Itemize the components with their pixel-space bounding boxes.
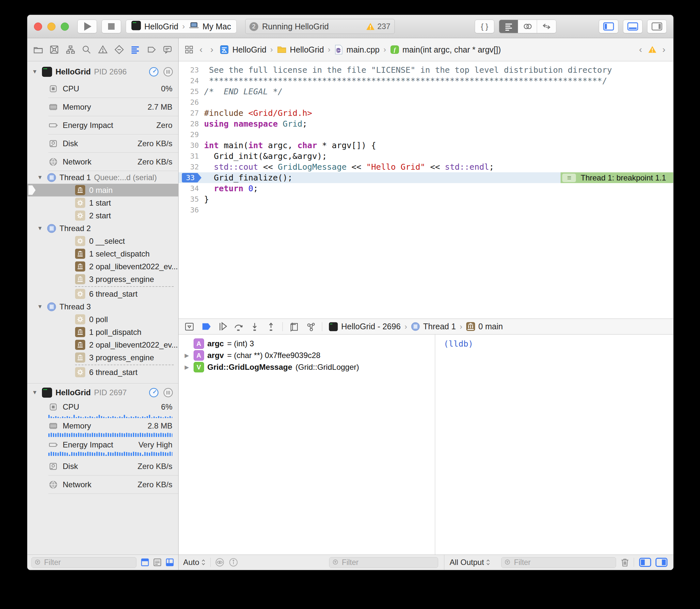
breakpoint-navigator-icon[interactable]: [144, 42, 158, 57]
breakpoint-badge[interactable]: 33: [182, 173, 202, 182]
process-header-row[interactable]: ▼HelloGridPID 2696: [28, 64, 178, 80]
stack-frame-row[interactable]: 2 opal_libevent2022_ev...: [28, 260, 178, 273]
process-crumb[interactable]: HelloGrid - 2696: [341, 322, 400, 331]
thread-row[interactable]: ▼Thread 2: [28, 222, 178, 234]
zoom-window-button[interactable]: [61, 22, 69, 31]
profile-gauge-button[interactable]: [149, 67, 159, 77]
code-line[interactable]: 31 Grid_init(&argc,&argv);: [178, 151, 673, 161]
step-out-icon[interactable]: [266, 322, 276, 332]
toggle-console-view-icon[interactable]: [655, 557, 668, 567]
gauge-row-energy[interactable]: Energy ImpactZero: [28, 116, 178, 135]
line-number[interactable]: 23: [178, 66, 204, 74]
annotation-menu-icon[interactable]: ≡: [562, 174, 576, 182]
jumpbar-crumb[interactable]: fmain(int argc, char * argv[]): [390, 45, 501, 54]
code-line[interactable]: 33 Grid_finalize();≡Thread 1: breakpoint…: [178, 172, 673, 183]
thread-crumb[interactable]: Thread 1: [423, 322, 456, 331]
variables-filter-input[interactable]: [341, 558, 434, 567]
stack-frame-row[interactable]: 3 progress_engine: [28, 273, 178, 285]
gauge-row-memory[interactable]: Memory2.8 MB: [28, 419, 178, 437]
back-button[interactable]: ‹: [198, 45, 204, 55]
variable-row[interactable]: Aargc= (int) 3: [178, 338, 435, 350]
thread-row[interactable]: ▼Thread 3: [28, 300, 178, 313]
gauge-row-disk[interactable]: DiskZero KB/s: [28, 457, 178, 475]
line-number[interactable]: 34: [178, 185, 204, 193]
project-navigator-icon[interactable]: [31, 42, 45, 57]
profile-gauge-button[interactable]: [149, 388, 159, 398]
stack-frame-row[interactable]: 2 opal_libevent2022_ev...: [28, 338, 178, 351]
line-number[interactable]: 28: [178, 120, 204, 128]
line-number[interactable]: 26: [178, 98, 204, 106]
frame-crumb[interactable]: 0 main: [478, 322, 503, 331]
warning-indicator[interactable]: 237: [366, 22, 391, 31]
close-window-button[interactable]: [34, 22, 42, 31]
test-navigator-icon[interactable]: [112, 42, 126, 57]
debug-navigator-icon[interactable]: [128, 42, 142, 57]
disclosure-triangle-icon[interactable]: ▼: [37, 225, 44, 232]
line-number[interactable]: 24: [178, 77, 204, 85]
thread-row[interactable]: ▼Thread 1Queue:...d (serial): [28, 171, 178, 184]
source-control-navigator-icon[interactable]: [48, 42, 62, 57]
disclosure-triangle-icon[interactable]: ▶: [183, 364, 190, 371]
jumpbar-crumb[interactable]: HelloGrid: [219, 45, 267, 54]
activity-count-badge[interactable]: 2: [250, 22, 258, 31]
process-header-row[interactable]: ▼HelloGridPID 2697: [28, 385, 178, 400]
breakpoint-annotation[interactable]: ≡Thread 1: breakpoint 1.1: [561, 172, 673, 183]
standard-editor-button[interactable]: [499, 20, 518, 33]
debug-memory-graph-icon[interactable]: [306, 322, 315, 332]
line-number[interactable]: 36: [178, 206, 204, 214]
disclosure-triangle-icon[interactable]: ▶: [183, 352, 190, 359]
navigator-filter-input[interactable]: [44, 558, 133, 567]
code-line[interactable]: 30int main(int argc, char * argv[]) {: [178, 140, 673, 151]
disclosure-triangle-icon[interactable]: ▼: [37, 303, 44, 310]
code-line[interactable]: 35}: [178, 194, 673, 205]
stack-frame-row[interactable]: 6 thread_start: [28, 288, 178, 300]
code-line[interactable]: 23 See the full license in the file "LIC…: [178, 65, 673, 75]
show-running-blocks-icon[interactable]: [165, 558, 174, 567]
find-navigator-icon[interactable]: [80, 42, 94, 57]
quicklook-eye-icon[interactable]: [215, 558, 224, 567]
code-line[interactable]: 26: [178, 97, 673, 108]
stack-frame-row[interactable]: 0 poll: [28, 313, 178, 326]
assistant-editor-button[interactable]: [518, 20, 537, 33]
step-into-icon[interactable]: [250, 322, 259, 332]
variable-row[interactable]: ▶Aargv= (char **) 0x7ffee9039c28: [178, 350, 435, 361]
info-icon[interactable]: [229, 558, 238, 567]
gauge-row-memory[interactable]: Memory2.7 MB: [28, 98, 178, 116]
code-line[interactable]: 25/* END LEGAL */: [178, 86, 673, 97]
stack-frame-row[interactable]: 1 poll_dispatch: [28, 326, 178, 338]
console-view[interactable]: (lldb): [435, 334, 673, 555]
report-navigator-icon[interactable]: [161, 42, 175, 57]
line-number[interactable]: 30: [178, 141, 204, 150]
toggle-inspector-button[interactable]: [647, 20, 667, 33]
code-line[interactable]: 29: [178, 129, 673, 140]
gauge-row-network[interactable]: NetworkZero KB/s: [28, 153, 178, 171]
step-over-icon[interactable]: [234, 322, 243, 332]
code-snippet-button[interactable]: { }: [475, 20, 494, 33]
issue-warning-icon[interactable]: [648, 46, 656, 53]
scheme-selector[interactable]: HelloGrid › My Mac: [126, 20, 237, 33]
stack-frame-row[interactable]: 2 start: [28, 209, 178, 222]
code-line[interactable]: 32 std::cout << GridLogMessage << "Hello…: [178, 161, 673, 172]
disclosure-triangle-icon[interactable]: ▼: [32, 389, 38, 396]
symbol-navigator-icon[interactable]: [64, 42, 78, 57]
jumpbar-crumb[interactable]: HelloGrid: [277, 45, 324, 54]
line-number[interactable]: 32: [178, 163, 204, 171]
console-filter-field[interactable]: [501, 557, 616, 568]
disclosure-triangle-icon[interactable]: ▼: [37, 174, 44, 181]
stop-button[interactable]: [102, 20, 121, 33]
flatten-view-icon[interactable]: [140, 558, 150, 567]
toggle-variables-view-icon[interactable]: [638, 557, 652, 567]
line-number[interactable]: 33: [178, 173, 204, 182]
stack-frame-row[interactable]: 3 progress_engine: [28, 351, 178, 364]
line-number[interactable]: 29: [178, 130, 204, 139]
stack-frame-row[interactable]: 1 select_dispatch: [28, 247, 178, 260]
variable-row[interactable]: ▶VGrid::GridLogMessage(Grid::GridLogger): [178, 361, 435, 373]
disclosure-triangle-icon[interactable]: ▼: [32, 69, 38, 75]
previous-issue-button[interactable]: ‹: [637, 45, 644, 55]
line-number[interactable]: 27: [178, 109, 204, 117]
code-line[interactable]: 34 return 0;: [178, 183, 673, 194]
gauge-row-network[interactable]: NetworkZero KB/s: [28, 475, 178, 494]
jumpbar-crumb[interactable]: C++main.cpp: [334, 45, 379, 54]
console-filter-input[interactable]: [513, 558, 613, 567]
related-items-icon[interactable]: [185, 45, 193, 54]
